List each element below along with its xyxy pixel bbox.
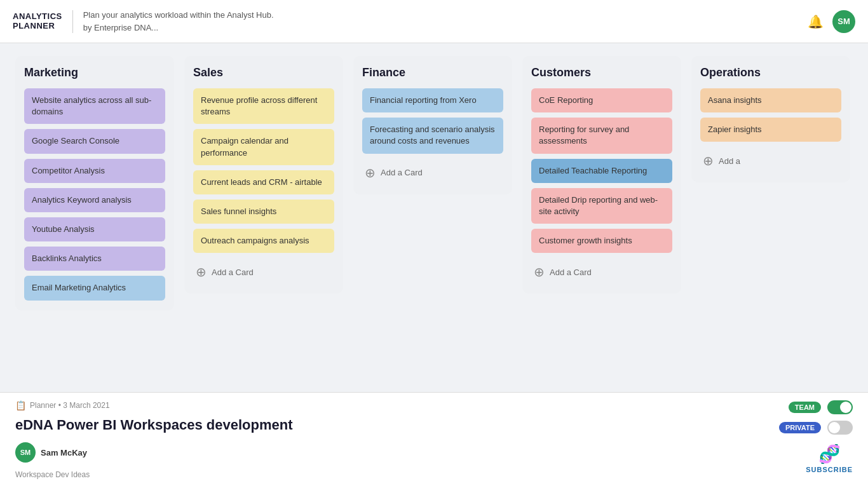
- add-card-label: Add a Card: [550, 268, 592, 277]
- header-left: ANALYTICS PLANNER Plan your analytics wo…: [13, 9, 274, 34]
- card[interactable]: Youtube Analysis: [24, 217, 165, 241]
- footer-title: eDNA Power BI Workspaces development: [15, 417, 292, 433]
- footer-left: 📋 Planner • 3 March 2021 eDNA Power BI W…: [15, 400, 292, 479]
- card[interactable]: Customer growth insights: [531, 229, 672, 253]
- team-toggle[interactable]: [827, 400, 853, 414]
- add-icon: ⊕: [196, 264, 207, 280]
- private-toggle-thumb: [829, 422, 840, 433]
- team-badge: TEAM: [789, 402, 821, 413]
- footer: 📋 Planner • 3 March 2021 eDNA Power BI W…: [0, 392, 868, 488]
- card[interactable]: Analytics Keyword analysis: [24, 188, 165, 212]
- footer-avatar: SM: [15, 442, 36, 463]
- card[interactable]: Email Marketing Analytics: [24, 276, 165, 300]
- add-card-label: Add a Card: [212, 268, 254, 277]
- subscribe-label: SUBSCRIBE: [806, 466, 853, 473]
- private-toggle[interactable]: [827, 421, 853, 435]
- card[interactable]: Financial reporting from Xero: [362, 88, 503, 112]
- card[interactable]: CoE Reporting: [531, 88, 672, 112]
- column-title-operations: Operations: [700, 66, 841, 79]
- card[interactable]: Current leads and CRM - airtable: [193, 170, 334, 194]
- header-subtitle: Plan your analytics workload within the …: [83, 9, 274, 34]
- card[interactable]: Forecasting and scenario analysis around…: [362, 118, 503, 153]
- card[interactable]: Asana insights: [700, 88, 841, 112]
- add-card-operations[interactable]: ⊕Add a: [700, 149, 841, 172]
- team-toggle-row: TEAM: [789, 400, 853, 414]
- user-avatar[interactable]: SM: [832, 10, 855, 33]
- cards-marketing: Website analytics across all sub-domains…: [24, 88, 165, 301]
- card[interactable]: Detailed Drip reporting and web-site act…: [531, 188, 672, 224]
- board-container: MarketingWebsite analytics across all su…: [0, 43, 868, 392]
- cards-finance: Financial reporting from XeroForecasting…: [362, 88, 503, 154]
- card[interactable]: Outreach campaigns analysis: [193, 229, 334, 253]
- private-toggle-row: PRIVATE: [779, 421, 853, 435]
- column-title-customers: Customers: [531, 66, 672, 79]
- column-finance: FinanceFinancial reporting from XeroFore…: [353, 56, 512, 194]
- add-icon: ⊕: [534, 264, 545, 280]
- cards-operations: Asana insightsZapier insights: [700, 88, 841, 142]
- bell-icon[interactable]: 🔔: [808, 14, 824, 29]
- footer-user: SM Sam McKay: [15, 442, 292, 463]
- column-customers: CustomersCoE ReportingReporting for surv…: [522, 56, 681, 294]
- cards-sales: Revenue profile across different streams…: [193, 88, 334, 253]
- subscribe-area[interactable]: 🧬 SUBSCRIBE: [806, 444, 853, 473]
- card[interactable]: Sales funnel insights: [193, 200, 334, 224]
- footer-workspace: Workspace Dev Ideas: [15, 470, 292, 479]
- header-right: 🔔 SM: [808, 10, 855, 33]
- column-operations: OperationsAsana insightsZapier insights⊕…: [691, 56, 850, 182]
- column-title-marketing: Marketing: [24, 66, 165, 79]
- add-card-sales[interactable]: ⊕Add a Card: [193, 261, 334, 283]
- add-card-finance[interactable]: ⊕Add a Card: [362, 161, 503, 184]
- cards-customers: CoE ReportingReporting for survey and as…: [531, 88, 672, 253]
- card[interactable]: Campaign calendar and performance: [193, 129, 334, 165]
- card[interactable]: Zapier insights: [700, 118, 841, 142]
- column-marketing: MarketingWebsite analytics across all su…: [15, 56, 174, 311]
- column-sales: SalesRevenue profile across different st…: [184, 56, 343, 294]
- planner-icon: 📋: [15, 400, 26, 410]
- add-card-label: Add a: [719, 156, 740, 166]
- footer-right: TEAM PRIVATE 🧬 SUBSCRIBE: [779, 400, 853, 473]
- dna-icon: 🧬: [818, 444, 841, 464]
- footer-username: Sam McKay: [41, 448, 87, 458]
- card[interactable]: Google Search Console: [24, 129, 165, 153]
- add-icon: ⊕: [703, 153, 714, 168]
- logo-bottom: PLANNER: [13, 22, 62, 30]
- team-toggle-thumb: [840, 402, 851, 413]
- add-icon: ⊕: [365, 165, 376, 180]
- card[interactable]: Competitor Analysis: [24, 159, 165, 183]
- card[interactable]: Revenue profile across different streams: [193, 88, 334, 124]
- add-card-customers[interactable]: ⊕Add a Card: [531, 261, 672, 283]
- card[interactable]: Detailed Teachable Reporting: [531, 159, 672, 183]
- card[interactable]: Reporting for survey and assessments: [531, 118, 672, 153]
- card[interactable]: Website analytics across all sub-domains: [24, 88, 165, 124]
- private-badge: PRIVATE: [779, 422, 821, 433]
- kanban-board: MarketingWebsite analytics across all su…: [15, 56, 853, 311]
- logo: ANALYTICS PLANNER: [13, 12, 62, 30]
- footer-meta: 📋 Planner • 3 March 2021: [15, 400, 292, 410]
- card[interactable]: Backlinks Analytics: [24, 247, 165, 271]
- add-card-label: Add a Card: [381, 168, 423, 177]
- app-header: ANALYTICS PLANNER Plan your analytics wo…: [0, 0, 868, 43]
- column-title-sales: Sales: [193, 66, 334, 79]
- logo-top: ANALYTICS: [13, 12, 62, 21]
- column-title-finance: Finance: [362, 66, 503, 79]
- header-divider: [72, 10, 73, 33]
